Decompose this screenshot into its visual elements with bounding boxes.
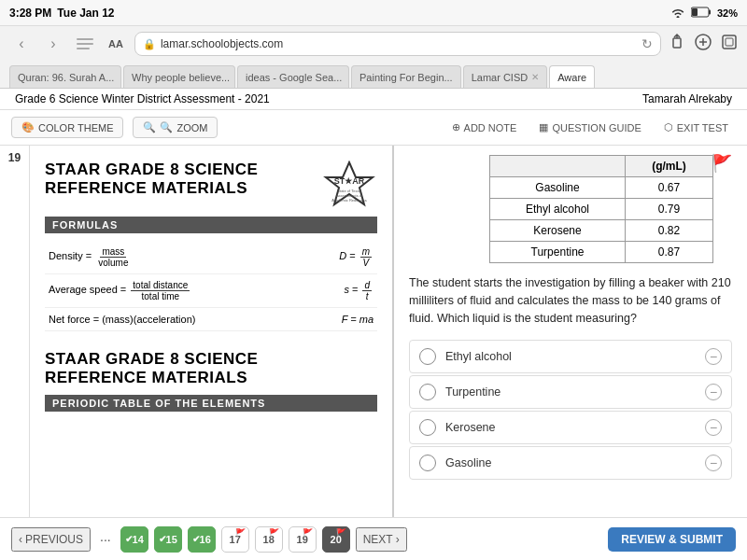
table-row: Ethyl alcohol 0.79 <box>490 199 713 220</box>
flag-icon-18: 🚩 <box>269 528 279 538</box>
check-icon-15: ✔ <box>159 534 166 544</box>
tab-quran[interactable]: Quran: 96. Surah A... <box>9 65 121 88</box>
answer-choice-0[interactable]: Ethyl alcohol − <box>409 340 732 373</box>
next-button[interactable]: NEXT › <box>356 527 407 552</box>
table-row: Gasoline 0.67 <box>490 177 713 199</box>
flag-icon-17: 🚩 <box>235 528 246 538</box>
page-18[interactable]: 🚩 18 <box>255 526 283 553</box>
page-16-label: 16 <box>200 534 211 545</box>
staar-title: STAAR GRADE 8 SCIENCE REFERENCE MATERIAL… <box>45 161 258 198</box>
eliminate-3[interactable]: − <box>705 455 722 471</box>
choice-label-3: Gasoline <box>445 456 491 469</box>
eliminate-0[interactable]: − <box>705 348 722 365</box>
formula-density-left: Density = massvolume <box>49 246 132 268</box>
radio-0[interactable] <box>419 348 436 365</box>
tab-aware[interactable]: Aware <box>549 65 595 88</box>
user-name: Tamarah Alrekaby <box>642 92 732 105</box>
svg-rect-5 <box>77 48 90 49</box>
exit-test-button[interactable]: ⬡ EXIT TEST <box>656 118 736 137</box>
answer-choice-1[interactable]: Turpentine − <box>409 375 732 409</box>
staar-logo: ST★AR State of Texas Assessments of Acad… <box>321 161 377 207</box>
tab-close-icon[interactable]: ✕ <box>531 72 539 82</box>
color-theme-button[interactable]: 🎨 COLOR THEME <box>11 117 123 138</box>
eliminate-1[interactable]: − <box>705 384 722 400</box>
svg-text:ST★AR: ST★AR <box>334 176 365 186</box>
table-row: Turpentine 0.87 <box>490 242 713 263</box>
check-icon-16: ✔ <box>192 534 200 544</box>
flag-icon[interactable]: 🚩 <box>712 153 732 174</box>
density-fraction: massvolume <box>96 246 130 268</box>
toolbar-right: ⊕ ADD NOTE ▦ QUESTION GUIDE ⬡ EXIT TEST <box>444 118 736 137</box>
share-button[interactable] <box>669 33 685 56</box>
svg-rect-3 <box>77 38 93 40</box>
previous-label: PREVIOUS <box>25 533 83 546</box>
staar-title2-line1: STAAR GRADE 8 SCIENCE <box>45 350 377 369</box>
answer-choice-2[interactable]: Kerosene − <box>409 411 732 444</box>
battery-icon <box>691 7 712 20</box>
question-panel: 🚩 (g/mL) Gasoline 0.67 Ethyl alcohol 0.7… <box>394 146 747 538</box>
reference-panel: STAAR GRADE 8 SCIENCE REFERENCE MATERIAL… <box>30 146 394 538</box>
tab-believe[interactable]: Why people believe... <box>123 65 235 88</box>
back-button[interactable]: ‹ <box>9 32 34 56</box>
reader-mode-button[interactable]: AA <box>105 36 127 51</box>
main-content: 19 STAAR GRADE 8 SCIENCE REFERENCE MATER… <box>0 146 747 538</box>
svg-rect-2 <box>692 8 698 16</box>
url-text: lamar.schoolobjects.com <box>161 37 283 50</box>
zoom-out-icon: 🔍 <box>143 121 156 133</box>
question-guide-button[interactable]: ▦ QUESTION GUIDE <box>531 118 648 137</box>
page-19[interactable]: 🚩 19 <box>289 526 317 553</box>
review-submit-button[interactable]: REVIEW & SUBMIT <box>608 527 736 552</box>
radio-2[interactable] <box>419 419 436 436</box>
question-number: 19 <box>8 151 21 164</box>
tabs-button[interactable] <box>721 34 738 55</box>
tab-ideas[interactable]: ideas - Google Sea... <box>237 65 349 88</box>
formula-speed: Average speed = total distancetotal time… <box>45 274 377 308</box>
zoom-button[interactable]: 🔍 🔍 ZOOM <box>133 117 218 138</box>
page-15[interactable]: ✔ 15 <box>154 526 182 553</box>
svg-rect-4 <box>77 43 93 45</box>
assessment-title: Grade 6 Science Winter District Assessme… <box>15 92 270 105</box>
page-14-label: 14 <box>133 534 144 545</box>
radio-1[interactable] <box>419 384 436 400</box>
page-16[interactable]: ✔ 16 <box>188 526 216 553</box>
choice-left-3: Gasoline <box>419 455 491 471</box>
bookmarks-button[interactable] <box>73 32 97 56</box>
tab-lamar[interactable]: Lamar CISD ✕ <box>463 65 548 88</box>
choice-left-1: Turpentine <box>419 384 500 400</box>
staar-header: STAAR GRADE 8 SCIENCE REFERENCE MATERIAL… <box>45 161 377 207</box>
previous-button[interactable]: ‹ PREVIOUS <box>11 527 91 552</box>
exit-icon: ⬡ <box>664 121 673 133</box>
page-15-label: 15 <box>166 534 177 545</box>
address-bar[interactable]: 🔒 lamar.schoolobjects.com ↻ <box>134 32 661 56</box>
check-icon-14: ✔ <box>125 534 133 544</box>
svg-text:Academic Readiness: Academic Readiness <box>331 198 367 203</box>
plus-icon: ⊕ <box>452 121 460 133</box>
add-note-button[interactable]: ⊕ ADD NOTE <box>444 118 525 137</box>
palette-icon: 🎨 <box>21 121 35 133</box>
formula-force-right: F = ma <box>342 314 374 325</box>
refresh-button[interactable]: ↻ <box>641 36 653 51</box>
answer-choice-3[interactable]: Gasoline − <box>409 446 732 480</box>
choice-left-2: Kerosene <box>419 419 496 436</box>
tab-painting[interactable]: Painting For Begin... <box>351 65 461 88</box>
formulas-header: FORMULAS <box>45 217 377 233</box>
flag-icon-20: 🚩 <box>336 528 346 538</box>
svg-rect-6 <box>673 38 681 48</box>
status-bar-left: 3:28 PM Tue Jan 12 <box>9 7 115 20</box>
svg-rect-9 <box>726 38 733 46</box>
liquid-name-1: Ethyl alcohol <box>490 199 626 220</box>
forward-button[interactable]: › <box>41 32 65 56</box>
question-guide-label: QUESTION GUIDE <box>552 122 641 133</box>
battery-pct: 32% <box>717 7 738 19</box>
question-sidebar: 19 <box>0 146 30 538</box>
add-tab-button[interactable] <box>695 34 712 55</box>
toolbar: 🎨 COLOR THEME 🔍 🔍 ZOOM ⊕ ADD NOTE ▦ QUES… <box>0 110 747 146</box>
staar-section-2: STAAR GRADE 8 SCIENCE REFERENCE MATERIAL… <box>45 350 377 412</box>
page-20[interactable]: 🚩 20 <box>322 526 350 553</box>
grid-icon: ▦ <box>539 121 548 133</box>
page-17[interactable]: 🚩 17 <box>221 526 249 553</box>
exit-test-label: EXIT TEST <box>677 122 728 133</box>
eliminate-2[interactable]: − <box>705 419 722 436</box>
radio-3[interactable] <box>419 455 436 471</box>
page-14[interactable]: ✔ 14 <box>120 526 148 553</box>
